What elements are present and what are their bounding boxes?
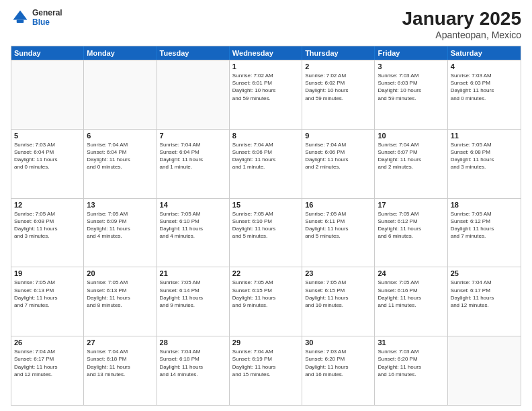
table-row: 11Sunrise: 7:05 AM Sunset: 6:08 PM Dayli… — [448, 130, 521, 198]
day-header-sunday: Sunday — [11, 46, 84, 60]
day-info: Sunrise: 7:04 AM Sunset: 6:18 PM Dayligh… — [87, 348, 153, 378]
week-row-2: 5Sunrise: 7:03 AM Sunset: 6:04 PM Daylig… — [11, 129, 521, 198]
week-row-1: 1Sunrise: 7:02 AM Sunset: 6:01 PM Daylig… — [11, 60, 521, 129]
day-number: 13 — [87, 201, 153, 209]
day-info: Sunrise: 7:05 AM Sunset: 6:08 PM Dayligh… — [14, 210, 81, 240]
table-row: 23Sunrise: 7:05 AM Sunset: 6:15 PM Dayli… — [302, 267, 375, 336]
day-number: 17 — [378, 201, 444, 209]
day-info: Sunrise: 7:05 AM Sunset: 6:15 PM Dayligh… — [232, 279, 299, 309]
day-header-tuesday: Tuesday — [157, 46, 230, 60]
day-number: 4 — [451, 62, 518, 71]
day-number: 5 — [14, 132, 81, 140]
title-block: January 2025 Apanteopan, Mexico — [402, 8, 521, 40]
table-row: 4Sunrise: 7:03 AM Sunset: 6:03 PM Daylig… — [448, 60, 521, 129]
table-row: 26Sunrise: 7:04 AM Sunset: 6:17 PM Dayli… — [11, 336, 84, 405]
day-info: Sunrise: 7:03 AM Sunset: 6:20 PM Dayligh… — [378, 348, 444, 378]
week-row-3: 12Sunrise: 7:05 AM Sunset: 6:08 PM Dayli… — [11, 198, 521, 267]
day-number: 20 — [87, 269, 153, 277]
table-row: 20Sunrise: 7:05 AM Sunset: 6:13 PM Dayli… — [84, 267, 157, 336]
day-number: 12 — [14, 201, 81, 209]
day-number: 29 — [232, 338, 299, 347]
calendar-body: 1Sunrise: 7:02 AM Sunset: 6:01 PM Daylig… — [11, 60, 521, 405]
day-info: Sunrise: 7:05 AM Sunset: 6:11 PM Dayligh… — [305, 210, 371, 240]
day-info: Sunrise: 7:03 AM Sunset: 6:03 PM Dayligh… — [451, 72, 518, 102]
table-row: 7Sunrise: 7:04 AM Sunset: 6:04 PM Daylig… — [157, 130, 230, 198]
day-info: Sunrise: 7:04 AM Sunset: 6:17 PM Dayligh… — [14, 348, 81, 378]
day-number: 16 — [305, 201, 371, 209]
table-row: 24Sunrise: 7:05 AM Sunset: 6:16 PM Dayli… — [375, 267, 447, 336]
day-header-friday: Friday — [375, 46, 447, 60]
day-info: Sunrise: 7:02 AM Sunset: 6:02 PM Dayligh… — [305, 72, 371, 102]
day-number: 8 — [232, 132, 299, 140]
calendar-title: January 2025 — [402, 8, 521, 30]
table-row: 27Sunrise: 7:04 AM Sunset: 6:18 PM Dayli… — [84, 336, 157, 405]
table-row — [157, 60, 230, 129]
day-info: Sunrise: 7:05 AM Sunset: 6:10 PM Dayligh… — [160, 210, 226, 240]
day-header-thursday: Thursday — [302, 46, 375, 60]
table-row: 22Sunrise: 7:05 AM Sunset: 6:15 PM Dayli… — [230, 267, 302, 336]
table-row: 5Sunrise: 7:03 AM Sunset: 6:04 PM Daylig… — [11, 130, 84, 198]
day-number: 26 — [14, 338, 81, 347]
day-info: Sunrise: 7:05 AM Sunset: 6:14 PM Dayligh… — [160, 279, 226, 309]
svg-rect-1 — [17, 20, 24, 23]
day-number: 7 — [160, 132, 226, 140]
day-number: 30 — [305, 338, 371, 347]
table-row: 2Sunrise: 7:02 AM Sunset: 6:02 PM Daylig… — [302, 60, 375, 129]
day-number: 14 — [160, 201, 226, 209]
calendar-header: SundayMondayTuesdayWednesdayThursdayFrid… — [11, 46, 521, 60]
day-number: 1 — [232, 62, 299, 71]
table-row: 17Sunrise: 7:05 AM Sunset: 6:12 PM Dayli… — [375, 199, 447, 267]
table-row — [11, 60, 84, 129]
table-row: 25Sunrise: 7:04 AM Sunset: 6:17 PM Dayli… — [448, 267, 521, 336]
day-info: Sunrise: 7:05 AM Sunset: 6:13 PM Dayligh… — [87, 279, 153, 309]
table-row: 9Sunrise: 7:04 AM Sunset: 6:06 PM Daylig… — [302, 130, 375, 198]
day-info: Sunrise: 7:05 AM Sunset: 6:16 PM Dayligh… — [378, 279, 444, 309]
logo-general: General — [32, 8, 62, 17]
day-info: Sunrise: 7:04 AM Sunset: 6:04 PM Dayligh… — [160, 141, 226, 171]
header: General Blue January 2025 Apanteopan, Me… — [11, 8, 521, 40]
week-row-4: 19Sunrise: 7:05 AM Sunset: 6:13 PM Dayli… — [11, 267, 521, 336]
day-info: Sunrise: 7:05 AM Sunset: 6:13 PM Dayligh… — [14, 279, 81, 309]
day-number: 28 — [160, 338, 226, 347]
day-number: 11 — [451, 132, 518, 140]
day-header-wednesday: Wednesday — [230, 46, 302, 60]
day-number: 9 — [305, 132, 371, 140]
day-number: 22 — [232, 269, 299, 277]
day-info: Sunrise: 7:04 AM Sunset: 6:18 PM Dayligh… — [160, 348, 226, 378]
table-row: 29Sunrise: 7:04 AM Sunset: 6:19 PM Dayli… — [230, 336, 302, 405]
day-info: Sunrise: 7:04 AM Sunset: 6:06 PM Dayligh… — [232, 141, 299, 171]
table-row: 3Sunrise: 7:03 AM Sunset: 6:03 PM Daylig… — [375, 60, 447, 129]
day-info: Sunrise: 7:04 AM Sunset: 6:04 PM Dayligh… — [87, 141, 153, 171]
day-info: Sunrise: 7:04 AM Sunset: 6:17 PM Dayligh… — [451, 279, 518, 309]
day-number: 2 — [305, 62, 371, 71]
day-number: 6 — [87, 132, 153, 140]
day-number: 24 — [378, 269, 444, 277]
table-row — [84, 60, 157, 129]
day-info: Sunrise: 7:05 AM Sunset: 6:12 PM Dayligh… — [378, 210, 444, 240]
day-info: Sunrise: 7:05 AM Sunset: 6:10 PM Dayligh… — [232, 210, 299, 240]
day-number: 23 — [305, 269, 371, 277]
day-number: 3 — [378, 62, 444, 71]
day-info: Sunrise: 7:05 AM Sunset: 6:15 PM Dayligh… — [305, 279, 371, 309]
day-number: 27 — [87, 338, 153, 347]
day-info: Sunrise: 7:05 AM Sunset: 6:09 PM Dayligh… — [87, 210, 153, 240]
day-number: 10 — [378, 132, 444, 140]
table-row: 10Sunrise: 7:04 AM Sunset: 6:07 PM Dayli… — [375, 130, 447, 198]
table-row: 21Sunrise: 7:05 AM Sunset: 6:14 PM Dayli… — [157, 267, 230, 336]
calendar: SundayMondayTuesdayWednesdayThursdayFrid… — [11, 46, 521, 406]
day-number: 21 — [160, 269, 226, 277]
logo-icon — [11, 8, 30, 27]
table-row: 28Sunrise: 7:04 AM Sunset: 6:18 PM Dayli… — [157, 336, 230, 405]
day-info: Sunrise: 7:04 AM Sunset: 6:19 PM Dayligh… — [232, 348, 299, 378]
table-row: 18Sunrise: 7:05 AM Sunset: 6:12 PM Dayli… — [448, 199, 521, 267]
day-header-saturday: Saturday — [448, 46, 521, 60]
day-info: Sunrise: 7:04 AM Sunset: 6:06 PM Dayligh… — [305, 141, 371, 171]
page: General Blue January 2025 Apanteopan, Me… — [0, 0, 532, 411]
week-row-5: 26Sunrise: 7:04 AM Sunset: 6:17 PM Dayli… — [11, 336, 521, 405]
day-info: Sunrise: 7:04 AM Sunset: 6:07 PM Dayligh… — [378, 141, 444, 171]
day-number: 19 — [14, 269, 81, 277]
table-row: 6Sunrise: 7:04 AM Sunset: 6:04 PM Daylig… — [84, 130, 157, 198]
day-number: 25 — [451, 269, 518, 277]
day-info: Sunrise: 7:05 AM Sunset: 6:08 PM Dayligh… — [451, 141, 518, 171]
day-info: Sunrise: 7:03 AM Sunset: 6:03 PM Dayligh… — [378, 72, 444, 102]
